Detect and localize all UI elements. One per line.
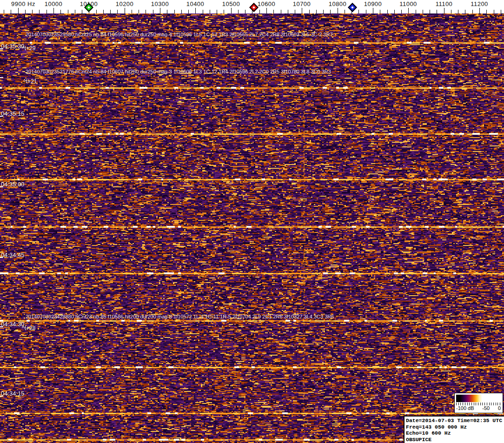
- info-frequency: Freq=143 050 000 Hz: [406, 424, 504, 430]
- freq-tick: [444, 8, 444, 13]
- freq-tick: [217, 10, 217, 13]
- freq-tick: [60, 10, 61, 13]
- freq-tick: [25, 10, 26, 13]
- freq-tick: [75, 10, 75, 13]
- meteor-detection-annotation: 20140703023428880 hCnt23 nb-85 f10586 hi…: [26, 314, 334, 319]
- freq-tick: [401, 10, 402, 13]
- freq-tick: [394, 10, 395, 13]
- freq-tick: [273, 10, 274, 13]
- time-axis-label: 04:34:15: [1, 390, 25, 397]
- freq-tick: [373, 8, 373, 13]
- freq-tick: [486, 10, 487, 13]
- freq-tick: [167, 10, 167, 13]
- freq-tick-label: 10700: [293, 0, 311, 7]
- freq-tick: [203, 10, 203, 13]
- freq-tick-label: 11000: [399, 0, 417, 7]
- trigger-time-marker: ^t+29: [22, 45, 35, 52]
- freq-tick: [132, 10, 132, 13]
- colorbar-gradient: [456, 395, 500, 402]
- freq-tick-label: 11100: [436, 0, 453, 7]
- time-axis-label: 04:35:15: [1, 110, 25, 117]
- freq-tick: [32, 10, 33, 13]
- freq-tick: [323, 10, 324, 13]
- colorbar-label-max: 0: [498, 405, 501, 411]
- freq-tick: [224, 10, 224, 13]
- trigger-time-marker: ^t+21: [23, 78, 37, 85]
- freq-tick: [4, 10, 4, 13]
- freq-tick-label: 10200: [116, 0, 134, 7]
- freq-tick: [82, 10, 82, 13]
- freq-tick: [46, 10, 47, 13]
- spectrogram-canvas: [0, 13, 504, 443]
- freq-tick: [338, 8, 338, 13]
- freq-tick: [416, 10, 416, 13]
- freq-tick-label: 10500: [222, 0, 240, 7]
- freq-tick: [18, 8, 19, 13]
- meteor-spectrogram-app: 9900 Hz100001010010200103001040010500106…: [0, 0, 504, 443]
- freq-tick: [117, 10, 118, 13]
- freq-tick: [281, 10, 281, 13]
- freq-tick: [451, 10, 451, 13]
- freq-tick: [146, 10, 146, 13]
- colorbar-label-min: -100 dB: [456, 405, 474, 411]
- freq-tick: [153, 10, 153, 13]
- freq-tick: [110, 10, 111, 13]
- freq-tick-label: 10600: [258, 0, 276, 7]
- freq-tick: [68, 10, 68, 13]
- trigger-time-marker: ^t+28: [22, 325, 35, 331]
- freq-tick: [160, 8, 160, 13]
- intensity-colorbar-legend: -100 dB -50 0: [454, 393, 503, 413]
- freq-tick: [501, 10, 501, 13]
- freq-tick-label: 10400: [186, 0, 205, 7]
- freq-tick: [408, 8, 409, 13]
- freq-tick: [345, 10, 345, 13]
- spectrogram-panel: 04:35:3004:35:1504:35:0004:34:4504:34:30…: [0, 13, 504, 443]
- colorbar-labels: -100 dB -50 0: [456, 405, 501, 411]
- info-station: OBSUPICE: [406, 436, 504, 443]
- freq-tick: [181, 10, 182, 13]
- freq-tick: [11, 10, 11, 13]
- time-axis-label: 04:35:00: [1, 181, 25, 188]
- time-axis-label: 04:35:30: [1, 43, 25, 50]
- freq-tick: [96, 10, 97, 13]
- freq-tick: [231, 8, 232, 13]
- freq-tick: [472, 10, 473, 13]
- freq-tick: [139, 10, 139, 13]
- freq-tick: [295, 10, 295, 13]
- freq-tick: [245, 10, 245, 13]
- freq-tick: [458, 10, 458, 13]
- freq-tick: [188, 10, 189, 13]
- freq-tick-label: 9900 Hz: [11, 0, 35, 7]
- freq-tick: [125, 8, 125, 13]
- freq-tick: [103, 10, 104, 13]
- info-echo: Echo=10 600 Hz: [406, 430, 504, 436]
- freq-tick: [358, 10, 359, 13]
- freq-tick: [316, 10, 317, 13]
- freq-tick: [288, 10, 288, 13]
- freq-tick: [330, 10, 331, 13]
- freq-tick-label: 10000: [45, 0, 63, 7]
- time-axis-label: 04:34:45: [1, 251, 25, 258]
- freq-tick: [266, 8, 267, 13]
- freq-tick: [465, 10, 465, 13]
- freq-tick: [39, 10, 40, 13]
- freq-tick-label: 10900: [364, 0, 382, 7]
- freq-tick: [380, 10, 380, 13]
- freq-tick: [309, 10, 310, 13]
- freq-tick: [53, 8, 54, 13]
- colorbar-label-mid: -50: [482, 405, 490, 411]
- time-axis-label: 04:34:30: [1, 321, 25, 328]
- freq-tick: [238, 10, 239, 13]
- freq-tick: [494, 10, 494, 13]
- freq-tick-label: 10300: [151, 0, 169, 7]
- freq-tick: [366, 10, 366, 13]
- freq-tick: [259, 10, 260, 13]
- freq-tick: [302, 8, 302, 13]
- freq-tick: [437, 10, 437, 13]
- freq-tick-label: 11200: [471, 0, 488, 7]
- freq-tick: [423, 10, 423, 13]
- meteor-detection-annotation: 20140703023521776 hCnt24 nb-84 f10607 hi…: [26, 69, 331, 74]
- freq-tick: [210, 10, 210, 13]
- blue-frequency-marker-icon[interactable]: [348, 3, 357, 12]
- frequency-ruler: 9900 Hz100001010010200103001040010500106…: [0, 0, 504, 13]
